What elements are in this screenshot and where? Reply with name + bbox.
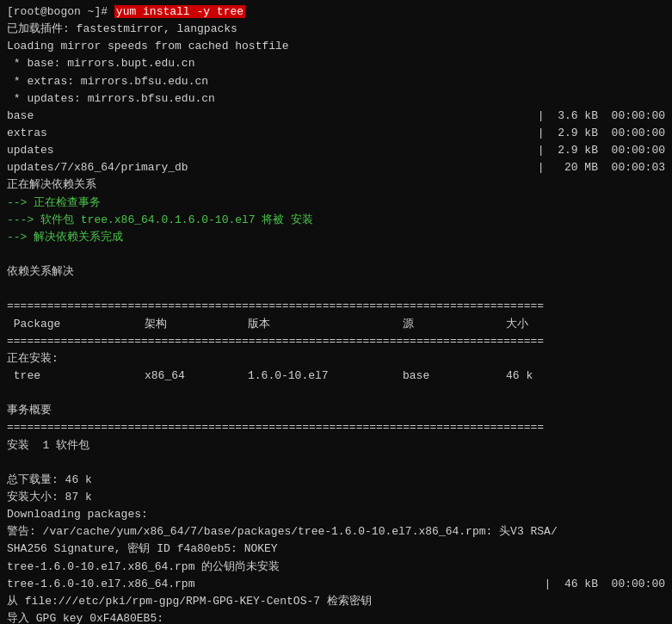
output-line: --> 解决依赖关系完成 <box>7 229 665 246</box>
output-line: Loading mirror speeds from cached hostfi… <box>7 38 665 55</box>
command-line: [root@bogon ~]# yum install -y tree <box>7 3 665 21</box>
command-text: yum install -y tree <box>114 5 245 18</box>
separator-line: ========================================… <box>7 419 665 436</box>
terminal: [root@bogon ~]# yum install -y tree 已加载插… <box>0 0 672 624</box>
package-row: tree x86_64 1.6.0-10.el7 base 46 k <box>7 368 665 385</box>
blank-line <box>7 246 665 263</box>
repo-line: base | 3.6 kB 00:00:00 <box>7 108 665 125</box>
output-line: tree-1.6.0-10.el7.x86_64.rpm 的公钥尚未安装 <box>7 559 665 576</box>
blank-line <box>7 281 665 298</box>
output-line: 已加载插件: fastestmirror, langpacks <box>7 21 665 38</box>
output-line: ---> 软件包 tree.x86_64.0.1.6.0-10.el7 将被 安… <box>7 212 665 229</box>
repo-line: updates/7/x86_64/primary_db | 20 MB 00:0… <box>7 159 665 176</box>
prompt-text: [root@bogon ~]# <box>7 5 114 18</box>
blank-line <box>7 385 665 402</box>
output-line: 警告: /var/cache/yum/x86_64/7/base/package… <box>7 523 665 541</box>
blank-line <box>7 454 665 472</box>
output-line: 总下载量: 46 k <box>7 472 665 489</box>
output-line: * base: mirrors.bupt.edu.cn <box>7 55 665 72</box>
section-label: 正在安装: <box>7 350 665 368</box>
output-line: 从 file:///etc/pki/rpm-gpg/RPM-GPG-KEY-Ce… <box>7 593 665 610</box>
output-line: Downloading packages: <box>7 506 665 523</box>
output-line: 安装大小: 87 k <box>7 489 665 506</box>
output-line: * extras: mirrors.bfsu.edu.cn <box>7 73 665 90</box>
separator-line: ========================================… <box>7 333 665 350</box>
output-line: * updates: mirrors.bfsu.edu.cn <box>7 90 665 108</box>
repo-line: extras | 2.9 kB 00:00:00 <box>7 125 665 142</box>
output-line: SHA256 Signature, 密钥 ID f4a80eb5: NOKEY <box>7 541 665 558</box>
separator-line: ========================================… <box>7 298 665 315</box>
section-label: 事务概要 <box>7 402 665 419</box>
output-line: 正在解决依赖关系 <box>7 176 665 194</box>
output-line: 依赖关系解决 <box>7 263 665 281</box>
output-line: 导入 GPG key 0xF4A80EB5: <box>7 610 665 624</box>
repo-line: tree-1.6.0-10.el7.x86_64.rpm | 46 kB 00:… <box>7 576 665 593</box>
output-line: 安装 1 软件包 <box>7 437 665 454</box>
repo-line: updates | 2.9 kB 00:00:00 <box>7 142 665 159</box>
table-header: Package 架构 版本 源 大小 <box>7 316 665 333</box>
output-line: --> 正在检查事务 <box>7 195 665 212</box>
